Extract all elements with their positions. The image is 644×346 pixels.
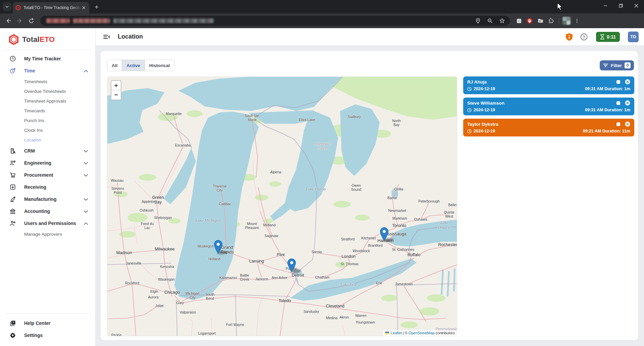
- map-marker-pin[interactable]: [287, 258, 296, 272]
- sidebar-item-manufacturing[interactable]: Manufacturing: [0, 193, 95, 205]
- filter-label: Filter: [611, 63, 622, 68]
- sidebar-item-label: Accounting: [24, 209, 84, 214]
- chevron-up-icon: [84, 220, 88, 226]
- sidebar-item-overdue-timesheets[interactable]: Overdue Timesheets: [0, 86, 95, 96]
- tab-active[interactable]: Active: [122, 60, 145, 71]
- browser-window: TotalETO - Time Tracking Geolo: [0, 0, 644, 346]
- logo-text: TotalETO: [22, 35, 55, 44]
- sidebar-item-accounting[interactable]: Accounting: [0, 205, 95, 217]
- sidebar-collapse-icon[interactable]: [103, 34, 110, 40]
- sidebar-item-location[interactable]: Location: [0, 135, 95, 145]
- bookmark-star-icon[interactable]: [498, 16, 506, 25]
- people-card-list: RJ Ahuja 2024-12-19 09:31 AM Duration: 1…: [463, 76, 634, 336]
- shield-info-icon[interactable]: [565, 32, 574, 42]
- redacted-url-segment: [113, 18, 214, 23]
- sidebar-item-my-time-tracker[interactable]: My Time Tracker: [0, 53, 95, 65]
- tab-historical[interactable]: Historical: [145, 60, 174, 71]
- menu-kebab-icon[interactable]: [573, 16, 581, 25]
- app-root: TotalETO My Time TrackerTimeTimesheetsOv…: [0, 28, 644, 346]
- sidebar-item-receiving[interactable]: Receiving: [0, 181, 95, 193]
- map-marker-pin[interactable]: [380, 227, 388, 241]
- map-zoom-control: + −: [111, 80, 121, 100]
- sidebar-item-clock-ins[interactable]: Clock Ins: [0, 125, 95, 135]
- forward-icon[interactable]: [15, 16, 25, 26]
- back-icon[interactable]: [3, 16, 13, 26]
- timer-value: 0:11: [607, 34, 616, 40]
- sidebar-item-help-center[interactable]: ?Help Center: [0, 317, 95, 329]
- sidebar-nav: My Time TrackerTimeTimesheetsOverdue Tim…: [0, 50, 95, 313]
- restore-icon[interactable]: [613, 0, 629, 11]
- chevron-down-icon: [84, 160, 88, 166]
- sidebar-item-crm[interactable]: CRM: [0, 145, 95, 157]
- user-avatar[interactable]: TD: [628, 32, 639, 42]
- url-bar[interactable]: [40, 16, 510, 26]
- leaflet-link[interactable]: Leaflet: [391, 331, 402, 335]
- leaflet-map[interactable]: MarquetteSault Ste. MarieEscanabaAlpenaS…: [107, 76, 457, 336]
- person-date: 2024-12-19: [474, 129, 495, 133]
- map-marker-pin[interactable]: [214, 240, 222, 254]
- close-card-icon[interactable]: [625, 121, 630, 127]
- location-panel: AllActiveHistorical Filter 0: [101, 51, 638, 340]
- totaleto-logo[interactable]: TotalETO: [0, 28, 95, 50]
- stop-tracking-icon[interactable]: [616, 122, 620, 126]
- person-card[interactable]: RJ Ahuja 2024-12-19 09:31 AM Duration: 1…: [463, 76, 634, 94]
- hourglass-icon: [600, 34, 604, 40]
- bank-icon: [9, 208, 16, 215]
- panel-toolbar: AllActiveHistorical Filter 0: [107, 60, 634, 71]
- zoom-in-button[interactable]: +: [111, 81, 121, 90]
- redacted-url-segment: [73, 18, 110, 23]
- sidebar-item-procurement[interactable]: Procurement: [0, 169, 95, 181]
- close-card-icon[interactable]: [625, 79, 630, 84]
- tab-close-icon[interactable]: [81, 5, 87, 10]
- minimize-icon[interactable]: [598, 0, 613, 11]
- person-date: 2024-12-19: [474, 86, 495, 91]
- attribution-separator: | ©: [403, 331, 408, 335]
- stop-tracking-icon[interactable]: [616, 80, 620, 84]
- zoom-out-icon[interactable]: [486, 16, 494, 25]
- sidebar-item-punch-ins[interactable]: Punch Ins: [0, 116, 95, 125]
- sidebar-item-engineering[interactable]: Engineering: [0, 157, 95, 169]
- sidebar-item-timesheets[interactable]: Timesheets: [0, 77, 95, 86]
- filter-button[interactable]: Filter 0: [600, 60, 634, 70]
- sidebar-item-users-and-permissions[interactable]: Users and Permissions: [0, 217, 95, 229]
- adblock-hand-icon[interactable]: [525, 16, 534, 25]
- sidebar-item-label: CRM: [24, 148, 84, 154]
- sidebar-item-time[interactable]: Time: [0, 65, 95, 77]
- chevron-down-icon: [84, 196, 88, 202]
- sidebar-item-manage-approvers[interactable]: Manage Approvers: [0, 229, 95, 239]
- location-pin-icon[interactable]: [474, 16, 482, 25]
- sidebar-item-timecards[interactable]: Timecards: [0, 106, 95, 116]
- stop-tracking-icon[interactable]: [616, 101, 620, 105]
- panel-body: MarquetteSault Ste. MarieEscanabaAlpenaS…: [107, 76, 634, 336]
- person-card[interactable]: Steve Williamson 2024-12-19 09:31 AM Dur…: [463, 98, 634, 115]
- sidebar-item-label: My Time Tracker: [24, 56, 88, 61]
- sidebar-item-timesheet-approvals[interactable]: Timesheet Approvals: [0, 96, 95, 106]
- sidebar-footer: ?Help CenterSettings: [0, 314, 95, 346]
- reload-icon[interactable]: [26, 16, 36, 26]
- clock-icon: [467, 87, 472, 91]
- extensions-puzzle-icon[interactable]: [547, 16, 555, 25]
- people-gear-icon: [9, 160, 16, 166]
- tab-search-chevron-icon[interactable]: [3, 2, 11, 11]
- close-icon[interactable]: [629, 0, 644, 11]
- tab-all[interactable]: All: [107, 60, 122, 71]
- close-card-icon[interactable]: [625, 100, 630, 106]
- person-card[interactable]: Taylor Dykstra 2024-12-19 09:21 AM Durat…: [463, 119, 634, 136]
- attribution-suffix: contributors: [436, 331, 455, 335]
- sidebar-item-settings[interactable]: Settings: [0, 329, 95, 341]
- osm-link[interactable]: OpenStreetMap: [409, 331, 435, 335]
- timer-button[interactable]: 0:11: [596, 32, 620, 42]
- person-name: RJ Ahuja: [467, 79, 616, 84]
- files-extension-icon[interactable]: [536, 16, 545, 25]
- clock-icon: [467, 129, 472, 133]
- help-icon[interactable]: ?: [579, 32, 589, 42]
- sidebar-item-label: Manufacturing: [24, 196, 84, 202]
- chevron-down-icon: [84, 148, 88, 154]
- new-tab-icon[interactable]: [92, 2, 101, 12]
- browser-tab[interactable]: TotalETO - Time Tracking Geolo: [13, 2, 89, 13]
- app-header: Location ? 0:11 TD: [96, 28, 644, 46]
- extension-dice-icon[interactable]: [515, 16, 523, 25]
- zoom-out-button[interactable]: −: [111, 90, 121, 100]
- profile-avatar[interactable]: [562, 17, 571, 25]
- robot-arm-icon: [9, 196, 16, 203]
